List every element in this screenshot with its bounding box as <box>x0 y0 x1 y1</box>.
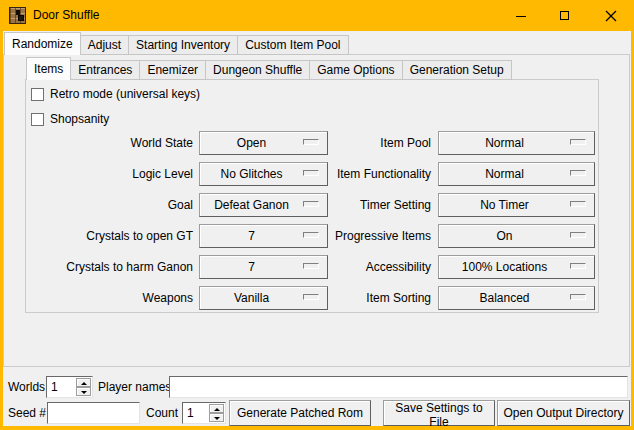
save-settings-button[interactable]: Save Settings to File <box>383 400 495 426</box>
main-tab-bar: Randomize Adjust Starting Inventory Cust… <box>4 32 348 55</box>
worlds-spinbox[interactable]: 1 <box>46 376 93 398</box>
count-spin-up-button[interactable] <box>209 404 224 413</box>
progressive-items-label: Progressive Items <box>300 224 431 248</box>
tab-adjust[interactable]: Adjust <box>80 35 129 55</box>
tab-dungeon-shuffle[interactable]: Dungeon Shuffle <box>205 60 310 80</box>
dropdown-indicator-icon <box>570 294 586 300</box>
player-names-input[interactable] <box>169 376 628 398</box>
tab-starting-inventory[interactable]: Starting Inventory <box>128 35 238 55</box>
minimize-icon <box>516 16 526 17</box>
accessibility-dropdown[interactable]: 100% Locations <box>438 255 595 279</box>
item-functionality-label: Item Functionality <box>300 162 431 186</box>
arrow-down-icon <box>214 417 220 423</box>
tab-entrances[interactable]: Entrances <box>70 60 140 80</box>
retro-mode-label: Retro mode (universal keys) <box>50 87 200 101</box>
dropdown-indicator-icon <box>570 232 586 238</box>
seed-input[interactable] <box>47 402 140 424</box>
door-shuffle-window: Door Shuffle Randomize Adjust Starting I… <box>0 0 634 430</box>
dropdown-indicator-icon <box>570 170 586 176</box>
item-pool-dropdown[interactable]: Normal <box>438 131 595 155</box>
item-pool-label: Item Pool <box>300 131 431 155</box>
tab-randomize[interactable]: Randomize <box>4 32 81 55</box>
app-door-icon <box>9 7 26 24</box>
maximize-button[interactable] <box>543 0 587 31</box>
title-bar[interactable]: Door Shuffle <box>0 0 634 31</box>
minimize-button[interactable] <box>499 0 543 31</box>
retro-mode-row: Retro mode (universal keys) <box>31 87 200 101</box>
window-border-bottom <box>0 426 634 430</box>
dropdown-indicator-icon <box>570 139 586 145</box>
open-output-directory-button[interactable]: Open Output Directory <box>497 400 630 426</box>
dropdown-indicator-icon <box>570 201 586 207</box>
generate-patched-rom-button[interactable]: Generate Patched Rom <box>229 400 371 426</box>
shopsanity-row: Shopsanity <box>31 112 109 126</box>
item-functionality-dropdown[interactable]: Normal <box>438 162 595 186</box>
shopsanity-checkbox[interactable] <box>31 113 44 126</box>
arrow-down-icon <box>81 391 87 397</box>
count-spin-down-button[interactable] <box>209 413 224 422</box>
close-button[interactable] <box>587 0 634 31</box>
window-title: Door Shuffle <box>33 0 100 31</box>
accessibility-label: Accessibility <box>300 255 431 279</box>
dropdown-indicator-icon <box>570 263 586 269</box>
item-sorting-label: Item Sorting <box>300 286 431 310</box>
item-sorting-dropdown[interactable]: Balanced <box>438 286 595 310</box>
worlds-spin-up-button[interactable] <box>76 378 91 387</box>
timer-setting-dropdown[interactable]: No Timer <box>438 193 595 217</box>
tab-enemizer[interactable]: Enemizer <box>139 60 206 80</box>
seed-label: Seed # <box>8 402 46 424</box>
arrow-up-icon <box>81 379 87 385</box>
worlds-label: Worlds <box>8 376 45 398</box>
arrow-up-icon <box>214 405 220 411</box>
tab-game-options[interactable]: Game Options <box>309 60 402 80</box>
timer-setting-label: Timer Setting <box>300 193 431 217</box>
progressive-items-dropdown[interactable]: On <box>438 224 595 248</box>
worlds-spin-down-button[interactable] <box>76 387 91 396</box>
maximize-icon <box>560 11 569 20</box>
count-label: Count <box>146 402 178 424</box>
close-icon <box>605 10 617 22</box>
count-spinbox[interactable]: 1 <box>182 402 226 424</box>
settings-tab-bar: Items Entrances Enemizer Dungeon Shuffle… <box>26 57 511 80</box>
tab-generation-setup[interactable]: Generation Setup <box>402 60 512 80</box>
shopsanity-label: Shopsanity <box>50 112 109 126</box>
tab-custom-item-pool[interactable]: Custom Item Pool <box>237 35 348 55</box>
tab-items[interactable]: Items <box>26 57 71 80</box>
retro-mode-checkbox[interactable] <box>31 88 44 101</box>
player-names-label: Player names <box>98 376 171 398</box>
